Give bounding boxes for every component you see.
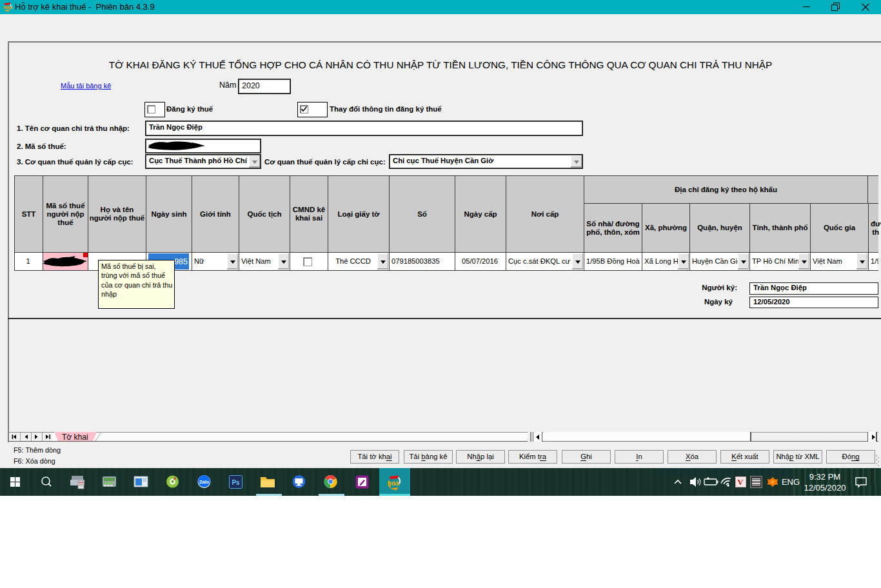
svg-text:Ps: Ps — [232, 479, 240, 486]
svg-text:htkk: htkk — [388, 480, 401, 487]
svg-text:Zalo: Zalo — [199, 479, 210, 485]
svg-text:htkk: htkk — [3, 5, 13, 10]
